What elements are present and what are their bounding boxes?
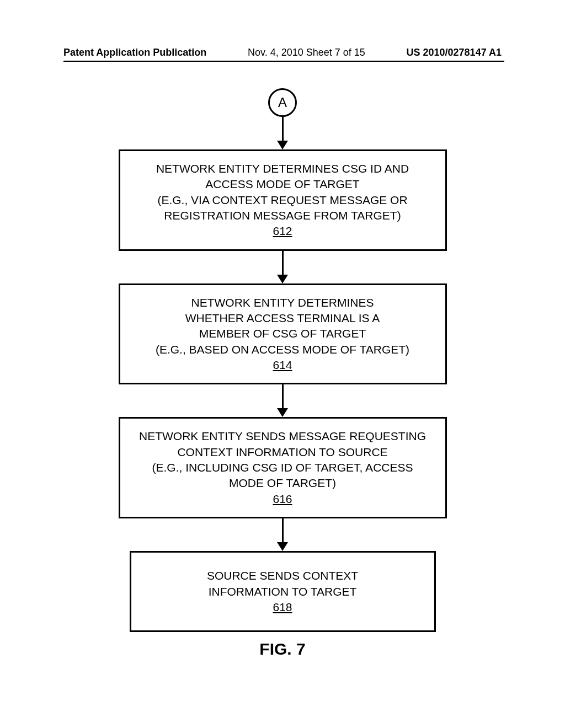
page-header: Patent Application Publication Nov. 4, 2… bbox=[0, 47, 565, 58]
step-line: NETWORK ENTITY SENDS MESSAGE REQUESTING bbox=[134, 429, 431, 444]
arrow-down-icon bbox=[277, 251, 288, 283]
step-number: 614 bbox=[134, 357, 431, 373]
step-line: ACCESS MODE OF TARGET bbox=[134, 176, 431, 192]
header-sheet-info: Nov. 4, 2010 Sheet 7 of 15 bbox=[248, 47, 365, 58]
step-line: REGISTRATION MESSAGE FROM TARGET) bbox=[134, 208, 431, 223]
header-doc-number: US 2010/0278147 A1 bbox=[407, 47, 502, 58]
figure-label: FIG. 7 bbox=[0, 640, 565, 659]
step-line: (E.G., BASED ON ACCESS MODE OF TARGET) bbox=[134, 342, 431, 357]
step-616: NETWORK ENTITY SENDS MESSAGE REQUESTING … bbox=[119, 417, 447, 518]
step-line: MEMBER OF CSG OF TARGET bbox=[134, 326, 431, 341]
step-line: (E.G., VIA CONTEXT REQUEST MESSAGE OR bbox=[134, 192, 431, 208]
arrow-down-icon bbox=[277, 384, 288, 417]
step-line: WHETHER ACCESS TERMINAL IS A bbox=[134, 311, 431, 326]
header-divider bbox=[63, 61, 504, 62]
step-614: NETWORK ENTITY DETERMINES WHETHER ACCESS… bbox=[119, 283, 447, 385]
step-line: SOURCE SENDS CONTEXT bbox=[145, 568, 420, 584]
connector-a: A bbox=[268, 88, 297, 117]
header-publication: Patent Application Publication bbox=[63, 47, 206, 58]
step-618: SOURCE SENDS CONTEXT INFORMATION TO TARG… bbox=[130, 551, 436, 632]
step-number: 618 bbox=[145, 599, 420, 615]
step-line: INFORMATION TO TARGET bbox=[145, 584, 420, 599]
flowchart: A NETWORK ENTITY DETERMINES CSG ID AND A… bbox=[0, 88, 565, 632]
arrow-down-icon bbox=[277, 518, 288, 551]
step-612: NETWORK ENTITY DETERMINES CSG ID AND ACC… bbox=[119, 149, 447, 251]
step-number: 612 bbox=[134, 223, 431, 239]
step-line: NETWORK ENTITY DETERMINES bbox=[134, 295, 431, 311]
step-line: NETWORK ENTITY DETERMINES CSG ID AND bbox=[134, 161, 431, 176]
connector-label: A bbox=[278, 95, 287, 110]
step-line: MODE OF TARGET) bbox=[134, 475, 431, 491]
arrow-down-icon bbox=[277, 117, 288, 149]
step-number: 616 bbox=[134, 491, 431, 507]
step-line: (E.G., INCLUDING CSG ID OF TARGET, ACCES… bbox=[134, 460, 431, 475]
step-line: CONTEXT INFORMATION TO SOURCE bbox=[134, 445, 431, 460]
